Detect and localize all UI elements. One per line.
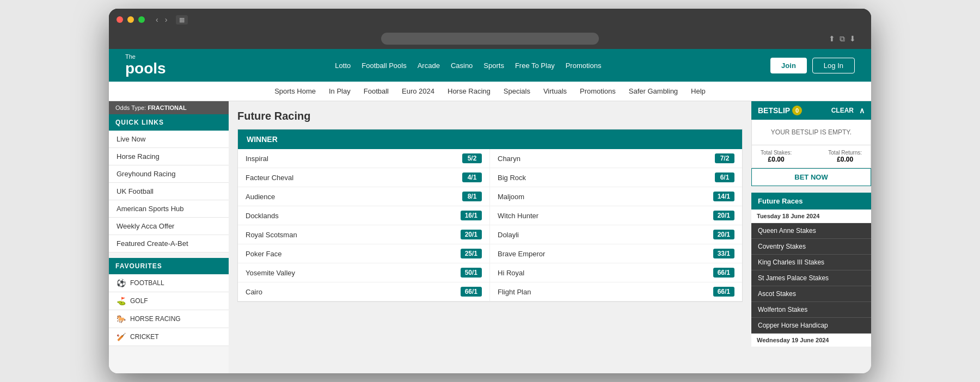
tab-button[interactable]: ▦ bbox=[176, 15, 188, 24]
runners-grid: Inspiral 5/2 Charyn 7/2 Facteur Cheval 4… bbox=[238, 149, 742, 301]
close-dot[interactable] bbox=[117, 16, 123, 23]
runner-odds[interactable]: 20/1 bbox=[713, 230, 734, 239]
future-race-wolferton[interactable]: Wolferton Stakes bbox=[751, 302, 871, 318]
fav-cricket[interactable]: 🏏 CRICKET bbox=[109, 328, 229, 346]
logo-pools: pools bbox=[125, 60, 166, 77]
fav-cricket-label: CRICKET bbox=[130, 333, 159, 341]
future-race-queen-anne[interactable]: Queen Anne Stakes bbox=[751, 223, 871, 239]
share-icon[interactable]: ⬆ bbox=[829, 34, 835, 43]
total-stakes: Total Stakes: £0.00 bbox=[761, 150, 792, 163]
runner-name: Brave Emperor bbox=[498, 250, 545, 258]
fav-horse-racing[interactable]: 🐎 HORSE RACING bbox=[109, 310, 229, 328]
nav-lotto[interactable]: Lotto bbox=[335, 61, 351, 70]
runner-odds[interactable]: 33/1 bbox=[713, 249, 734, 258]
minimize-dot[interactable] bbox=[127, 16, 134, 23]
nav-free-to-play[interactable]: Free To Play bbox=[515, 61, 555, 70]
runner-inspiral[interactable]: Inspiral 5/2 bbox=[238, 149, 490, 168]
nav-arcade[interactable]: Arcade bbox=[418, 61, 440, 70]
nav-in-play[interactable]: In Play bbox=[329, 87, 351, 95]
forward-button[interactable]: › bbox=[163, 14, 170, 25]
runner-odds[interactable]: 25/1 bbox=[461, 249, 482, 258]
runner-odds[interactable]: 14/1 bbox=[713, 192, 734, 201]
download-icon[interactable]: ⬇ bbox=[849, 34, 856, 43]
nav-horse-racing[interactable]: Horse Racing bbox=[448, 87, 491, 95]
runner-hi-royal[interactable]: Hi Royal 66/1 bbox=[490, 263, 742, 282]
betslip-collapse-icon[interactable]: ∧ bbox=[859, 106, 865, 115]
future-race-copper-horse[interactable]: Copper Horse Handicap bbox=[751, 318, 871, 334]
betslip-title: BETSLIP bbox=[758, 106, 790, 115]
nav-football-pools[interactable]: Football Pools bbox=[362, 61, 406, 70]
table-header: WINNER bbox=[238, 130, 742, 149]
runner-facteur-cheval[interactable]: Facteur Cheval 4/1 bbox=[238, 168, 490, 187]
betslip-clear-button[interactable]: CLEAR bbox=[831, 107, 854, 114]
runner-yosemite-valley[interactable]: Yosemite Valley 50/1 bbox=[238, 263, 490, 282]
runner-odds[interactable]: 4/1 bbox=[462, 172, 482, 182]
runner-big-rock[interactable]: Big Rock 6/1 bbox=[490, 168, 742, 187]
sidebar-item-greyhound-racing[interactable]: Greyhound Racing bbox=[109, 165, 229, 183]
join-button[interactable]: Join bbox=[770, 58, 807, 73]
runner-odds[interactable]: 20/1 bbox=[461, 230, 482, 239]
login-button[interactable]: Log In bbox=[812, 58, 855, 73]
nav-safer-gambling[interactable]: Safer Gambling bbox=[629, 87, 678, 95]
runner-odds[interactable]: 6/1 bbox=[715, 172, 734, 182]
sidebar-item-create-a-bet[interactable]: Featured Create-A-Bet bbox=[109, 235, 229, 252]
runner-odds[interactable]: 50/1 bbox=[461, 268, 482, 278]
runner-name: Flight Plan bbox=[498, 288, 531, 296]
sidebar: Odds Type: FRACTIONAL QUICK LINKS Live N… bbox=[109, 101, 229, 373]
bet-now-button[interactable]: BET NOW bbox=[751, 168, 871, 186]
runner-flight-plan[interactable]: Flight Plan 66/1 bbox=[490, 282, 742, 301]
nav-euro-2024[interactable]: Euro 2024 bbox=[402, 87, 434, 95]
fav-football[interactable]: ⚽ FOOTBALL bbox=[109, 274, 229, 292]
favourites-header: FAVOURITES bbox=[109, 258, 229, 274]
browser-chrome: ‹ › ▦ ⬆ ⧉ ⬇ bbox=[109, 9, 871, 49]
runner-odds[interactable]: 5/2 bbox=[462, 153, 482, 163]
fav-golf[interactable]: ⛳ GOLF bbox=[109, 292, 229, 310]
nav-specials[interactable]: Specials bbox=[504, 87, 530, 95]
sidebar-item-live-now[interactable]: Live Now bbox=[109, 131, 229, 148]
runner-odds[interactable]: 66/1 bbox=[713, 268, 734, 278]
nav-football[interactable]: Football bbox=[364, 87, 389, 95]
runner-name: Big Rock bbox=[498, 174, 526, 182]
runner-witch-hunter[interactable]: Witch Hunter 20/1 bbox=[490, 206, 742, 225]
runner-audience[interactable]: Audience 8/1 bbox=[238, 187, 490, 206]
runner-odds[interactable]: 7/2 bbox=[715, 153, 734, 163]
runner-odds[interactable]: 20/1 bbox=[713, 211, 734, 220]
site-logo[interactable]: The pools bbox=[125, 53, 166, 77]
sidebar-item-american-sports[interactable]: American Sports Hub bbox=[109, 200, 229, 218]
runner-odds[interactable]: 66/1 bbox=[713, 287, 734, 297]
nav-sports-home[interactable]: Sports Home bbox=[274, 87, 316, 95]
nav-casino[interactable]: Casino bbox=[451, 61, 473, 70]
runner-charyn[interactable]: Charyn 7/2 bbox=[490, 149, 742, 168]
runner-dolayli[interactable]: Dolayli 20/1 bbox=[490, 225, 742, 244]
cricket-icon: 🏏 bbox=[117, 332, 126, 341]
nav-help[interactable]: Help bbox=[691, 87, 706, 95]
future-race-st-james[interactable]: St James Palace Stakes bbox=[751, 270, 871, 286]
nav-virtuals[interactable]: Virtuals bbox=[543, 87, 567, 95]
runner-odds[interactable]: 8/1 bbox=[462, 192, 482, 201]
address-bar[interactable] bbox=[381, 33, 599, 45]
browser-action-icons: ⬆ ⧉ ⬇ bbox=[829, 34, 856, 44]
nav-sports[interactable]: Sports bbox=[483, 61, 504, 70]
runner-odds[interactable]: 66/1 bbox=[461, 287, 482, 297]
runner-brave-emperor[interactable]: Brave Emperor 33/1 bbox=[490, 244, 742, 263]
runner-name: Hi Royal bbox=[498, 269, 524, 277]
sidebar-item-horse-racing[interactable]: Horse Racing bbox=[109, 148, 229, 165]
runner-cairo[interactable]: Cairo 66/1 bbox=[238, 282, 490, 301]
future-race-ascot[interactable]: Ascot Stakes bbox=[751, 286, 871, 302]
runner-maljoom[interactable]: Maljoom 14/1 bbox=[490, 187, 742, 206]
sidebar-item-weekly-acca[interactable]: Weekly Acca Offer bbox=[109, 218, 229, 235]
sidebar-item-uk-football[interactable]: UK Football bbox=[109, 183, 229, 200]
future-race-coventry[interactable]: Coventry Stakes bbox=[751, 239, 871, 255]
fullscreen-dot[interactable] bbox=[138, 16, 145, 23]
runner-royal-scotsman[interactable]: Royal Scotsman 20/1 bbox=[238, 225, 490, 244]
duplicate-icon[interactable]: ⧉ bbox=[840, 34, 845, 44]
future-race-king-charles[interactable]: King Charles III Stakes bbox=[751, 255, 871, 270]
nav-promotions-sec[interactable]: Promotions bbox=[580, 87, 616, 95]
runner-odds[interactable]: 16/1 bbox=[461, 211, 482, 220]
fav-golf-label: GOLF bbox=[130, 297, 148, 305]
back-button[interactable]: ‹ bbox=[154, 14, 161, 25]
runner-poker-face[interactable]: Poker Face 25/1 bbox=[238, 244, 490, 263]
runner-docklands[interactable]: Docklands 16/1 bbox=[238, 206, 490, 225]
nav-promotions[interactable]: Promotions bbox=[566, 61, 602, 70]
odds-type-label: Odds Type: bbox=[115, 104, 146, 111]
